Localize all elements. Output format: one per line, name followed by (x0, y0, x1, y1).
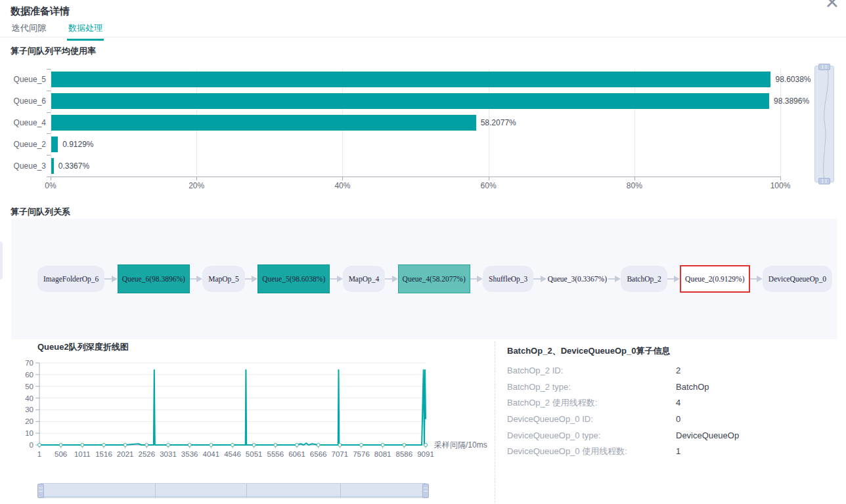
y-axis-tick-label: 20 (25, 417, 33, 425)
x-axis-tick-label: 6566 (310, 450, 327, 458)
flow-node[interactable]: ImageFolderOp_6 (37, 266, 104, 292)
x-axis-tick-label: 20% (189, 181, 204, 190)
datazoom-right-handle[interactable] (422, 484, 429, 498)
data-point-marker (424, 444, 428, 447)
x-axis-name: 采样间隔/10ms (434, 440, 487, 451)
arrow-head (112, 276, 118, 282)
flow-node[interactable]: DeviceQueueOp_0 (763, 266, 832, 292)
x-axis-tick-label: 4041 (203, 450, 220, 458)
flow-arrow-icon (104, 276, 117, 282)
queue-relation-graph-panel: ImageFolderOp_6Queue_6(98.3896%)MapOp_5Q… (11, 219, 837, 339)
info-row: BatchOp_2 type:BatchOp (507, 379, 739, 395)
data-point-marker (274, 444, 277, 447)
category-label: Queue_4 (0, 115, 46, 131)
info-row: DeviceQueueOp_0 使用线程数:1 (507, 443, 739, 459)
arrow-head (541, 276, 546, 282)
flow-arrow-icon (190, 276, 202, 282)
info-value: 1 (676, 446, 680, 456)
close-icon[interactable]: ✕ (824, 0, 839, 12)
x-axis-tick-label: 2021 (117, 450, 134, 458)
line-chart-horizontal-datazoom-slider[interactable] (39, 483, 427, 498)
data-point-marker (381, 444, 384, 447)
arrow-shaft (470, 278, 477, 280)
flow-arrow-icon (533, 276, 546, 282)
usage-bar[interactable] (51, 136, 58, 152)
arrow-head (615, 276, 621, 282)
tab-data-processing[interactable]: 数据处理 (67, 22, 104, 41)
usage-bar[interactable] (51, 93, 769, 109)
flow-node[interactable]: Queue_6(98.3896%) (118, 264, 190, 293)
usage-bar[interactable] (51, 72, 770, 87)
data-point-marker (360, 444, 363, 447)
datazoom-baseline (40, 496, 426, 497)
x-axis-tick-label: 3536 (181, 450, 198, 458)
info-value: 2 (676, 366, 680, 375)
flow-node[interactable]: Queue_3(0.3367%) (546, 265, 608, 293)
flow-node[interactable]: MapOp_5 (202, 266, 245, 292)
datazoom-spike-mark (155, 484, 156, 497)
y-axis-tick (47, 177, 51, 177)
datazoom-spike-mark (340, 484, 341, 497)
x-axis-tick-label: 1516 (95, 450, 112, 458)
y-axis-tick (47, 112, 51, 113)
y-axis-tick-label: 60 (25, 371, 33, 379)
queue-usage-section-title: 算子间队列平均使用率 (11, 45, 96, 57)
flow-node[interactable]: Queue_2(0.9129%) (680, 265, 749, 293)
data-point-marker (102, 444, 106, 447)
tab-iteration-gap[interactable]: 迭代间隙 (11, 22, 47, 41)
flow-node[interactable]: Queue_4(58.2077%) (398, 264, 470, 293)
axis-tick (489, 177, 489, 180)
arrow-head (674, 276, 680, 282)
usage-bar[interactable] (51, 115, 476, 131)
datazoom-top-handle[interactable] (818, 64, 830, 70)
x-axis-tick-label: 40% (334, 181, 350, 190)
arrow-shaft (533, 278, 540, 280)
x-axis-tick-label: 60% (481, 181, 497, 190)
tabs-divider (0, 37, 846, 37)
datazoom-left-handle[interactable] (37, 484, 44, 498)
info-label: BatchOp_2 使用线程数: (507, 397, 676, 409)
arrow-head (252, 276, 257, 282)
data-point-marker (59, 444, 62, 447)
info-value: 0 (676, 414, 680, 424)
x-axis-tick-label: 2526 (139, 450, 156, 458)
flow-node[interactable]: Queue_5(98.6038%) (257, 264, 330, 293)
handle-grip (822, 179, 826, 183)
usage-bar[interactable] (51, 158, 54, 174)
axis-tick (342, 177, 343, 180)
data-point-marker (231, 444, 234, 447)
data-preparation-detail-dialog: 数据准备详情 ✕ 迭代间隙 数据处理 算子间队列平均使用率 0%20%40%60… (0, 0, 846, 504)
flow-node[interactable]: BatchOp_2 (621, 266, 667, 292)
arrow-head (757, 276, 763, 282)
flow-node[interactable]: ShuffleOp_3 (483, 266, 533, 292)
data-point-marker (123, 444, 127, 447)
info-value: DeviceQueueOp (676, 430, 739, 440)
x-axis-tick-label: 4546 (224, 450, 241, 458)
arrow-shaft (667, 278, 674, 280)
value-label: 98.6038% (775, 72, 811, 87)
operator-info-list: BatchOp_2 ID:2BatchOp_2 type:BatchOpBatc… (507, 362, 739, 459)
flow-node[interactable]: MapOp_4 (343, 266, 386, 292)
depth-series-line (39, 370, 426, 445)
category-label: Queue_3 (0, 158, 46, 174)
info-label: DeviceQueueOp_0 ID: (507, 414, 676, 424)
flow-arrow-icon (385, 276, 397, 282)
bar-chart-vertical-datazoom-slider[interactable] (814, 66, 834, 182)
arrow-head (337, 276, 343, 282)
category-label: Queue_5 (0, 72, 46, 87)
arrow-shaft (750, 278, 757, 280)
data-point-marker (252, 444, 256, 447)
datazoom-bottom-handle[interactable] (818, 178, 830, 184)
datazoom-preview-wave (815, 66, 834, 182)
x-axis-line (51, 177, 781, 177)
y-axis-tick (47, 91, 51, 91)
data-point-marker (338, 444, 342, 447)
value-label: 98.3896% (774, 93, 809, 109)
handle-grip (822, 65, 826, 69)
y-axis-tick-label: 30 (25, 406, 33, 413)
y-axis-tick (47, 69, 51, 70)
data-point-marker (403, 444, 406, 447)
info-row: BatchOp_2 ID:2 (507, 362, 739, 379)
x-axis-tick-label: 6061 (288, 450, 305, 458)
data-point-marker (167, 444, 170, 447)
